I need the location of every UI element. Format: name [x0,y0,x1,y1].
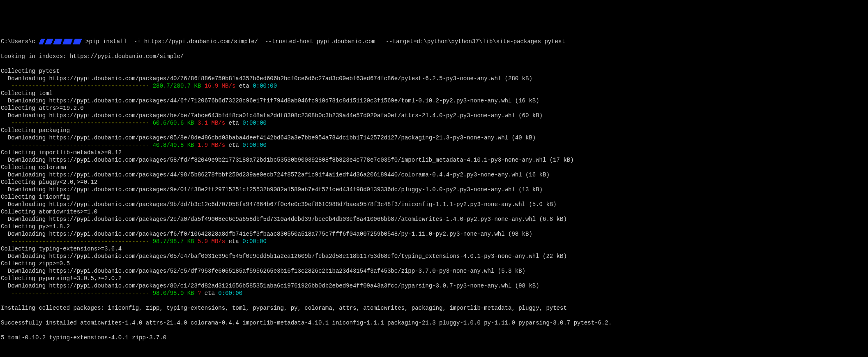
downloading-line: Downloading https://pypi.doubanio.com/pa… [1,230,868,238]
progress-line: ----------------------------------------… [1,238,868,245]
progress-eta-label: eta [225,238,242,245]
progress-eta: 0:00:00 [242,120,267,126]
downloading-line: Downloading https://pypi.doubanio.com/pa… [1,75,868,82]
command-text: pip install -i https://pypi.doubanio.com… [89,38,565,45]
downloading-line: Downloading https://pypi.doubanio.com/pa… [1,253,868,260]
progress-bar-dashes: ---------------------------------------- [1,120,153,126]
collecting-line: Collecting pytest [1,67,868,75]
progress-speed: 3.1 MB/s [198,120,225,126]
progress-bar-dashes: ---------------------------------------- [1,142,153,148]
progress-line: ----------------------------------------… [1,82,868,90]
progress-eta: 0:00:00 [218,290,242,297]
collecting-line: Collecting py>=1.8.2 [1,223,868,230]
installing-line: Installing collected packages: iniconfig… [1,304,868,312]
progress-eta-label: eta [201,290,218,297]
progress-bar-dashes: ---------------------------------------- [1,83,153,89]
progress-line: ----------------------------------------… [1,119,868,127]
success-line-1: Successfully installed atomicwrites-1.4.… [1,319,868,327]
indexes-line: Looking in indexes: https://pypi.doubani… [1,53,868,60]
progress-speed: 5.9 MB/s [198,238,225,245]
redacted-username-scribble [36,39,85,44]
progress-size: 280.7/280.7 KB [153,83,201,89]
collecting-line: Collecting toml [1,90,868,97]
collecting-line: Collecting typing-extensions>=3.6.4 [1,245,868,253]
progress-eta: 0:00:00 [242,142,267,148]
collecting-line: Collecting atomicwrites>=1.0 [1,208,868,216]
progress-speed: 16.9 MB/s [205,83,236,89]
progress-line: ----------------------------------------… [1,141,868,149]
collecting-line: Collecting iniconfig [1,193,868,201]
progress-size: 40.8/40.8 KB [153,142,194,148]
downloading-line: Downloading https://pypi.doubanio.com/pa… [1,201,868,208]
progress-eta: 0:00:00 [253,83,277,89]
collecting-line: Collecting pyparsing!=3.0.5,>=2.0.2 [1,275,868,282]
downloading-line: Downloading https://pypi.doubanio.com/pa… [1,282,868,290]
progress-eta-label: eta [225,120,242,126]
terminal-output: C:\Users\c>pip install -i https://pypi.d… [0,30,868,349]
collecting-line: Collecting colorama [1,164,868,171]
progress-size: 98.0/98.0 KB [153,290,194,297]
downloading-line: Downloading https://pypi.doubanio.com/pa… [1,156,868,164]
downloading-line: Downloading https://pypi.doubanio.com/pa… [1,171,868,178]
success-line-2: 5 toml-0.10.2 typing-extensions-4.0.1 zi… [1,334,868,341]
collecting-line: Collecting attrs>=19.2.0 [1,104,868,112]
collecting-line: Collecting packaging [1,127,868,134]
progress-bar-dashes: ---------------------------------------- [1,238,153,245]
downloading-line: Downloading https://pypi.doubanio.com/pa… [1,112,868,119]
downloading-line: Downloading https://pypi.doubanio.com/pa… [1,97,868,104]
prompt-prefix: C:\Users\c [1,38,35,45]
collecting-line: Collecting importlib-metadata>=0.12 [1,149,868,156]
prompt-line[interactable]: C:\Users\c>pip install -i https://pypi.d… [1,38,868,45]
progress-size: 98.7/98.7 KB [153,238,194,245]
progress-bar-dashes: ---------------------------------------- [1,290,153,297]
downloading-line: Downloading https://pypi.doubanio.com/pa… [1,186,868,193]
progress-line: ----------------------------------------… [1,290,868,297]
progress-eta-label: eta [235,83,253,89]
progress-size: 60.6/60.6 KB [153,120,194,126]
collecting-line: Collecting zipp>=0.5 [1,260,868,267]
progress-speed: 1.9 MB/s [198,142,225,148]
progress-eta: 0:00:00 [242,238,267,245]
collecting-line: Collecting pluggy<2.0,>=0.12 [1,178,868,186]
downloading-line: Downloading https://pypi.doubanio.com/pa… [1,216,868,223]
progress-eta-label: eta [225,142,242,148]
downloading-line: Downloading https://pypi.doubanio.com/pa… [1,267,868,275]
downloading-line: Downloading https://pypi.doubanio.com/pa… [1,134,868,141]
